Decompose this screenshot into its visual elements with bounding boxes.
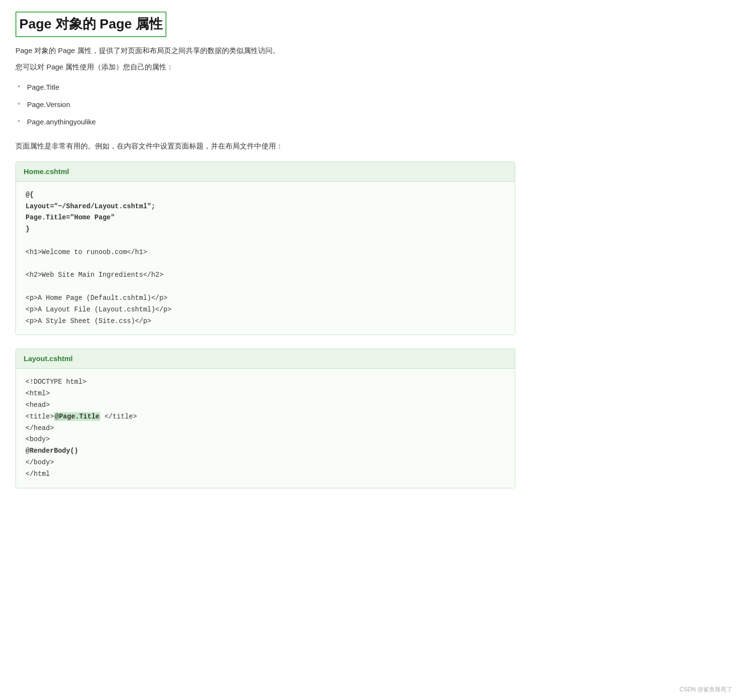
layout-cshtml-block: Layout.cshtml <!DOCTYPE html> <html> <he… bbox=[15, 349, 515, 488]
render-body-bold: @RenderBody() bbox=[26, 447, 78, 455]
home-cshtml-block: Home.cshtml @{ Layout="~/Shared/Layout.c… bbox=[15, 162, 515, 336]
summary-text: 页面属性是非常有用的。例如，在内容文件中设置页面标题，并在布局文件中使用： bbox=[15, 140, 515, 152]
list-item: Page.Version bbox=[15, 96, 515, 113]
title-text: Page 对象的 Page 属性 bbox=[19, 16, 163, 31]
code-bold-line: @{ Layout="~/Shared/Layout.cshtml"; Page… bbox=[26, 191, 155, 233]
layout-cshtml-header: Layout.cshtml bbox=[16, 349, 515, 369]
list-item: Page.anythingyoulike bbox=[15, 113, 515, 131]
page-title-highlight: @Page.Title bbox=[54, 412, 100, 421]
home-cshtml-body: @{ Layout="~/Shared/Layout.cshtml"; Page… bbox=[16, 182, 515, 335]
layout-cshtml-body: <!DOCTYPE html> <html> <head> <title>@Pa… bbox=[16, 369, 515, 487]
list-intro-text: 您可以对 Page 属性使用（添加）您自己的属性： bbox=[15, 61, 515, 73]
list-item: Page.Title bbox=[15, 79, 515, 96]
home-cshtml-header: Home.cshtml bbox=[16, 162, 515, 182]
property-list: Page.Title Page.Version Page.anythingyou… bbox=[15, 79, 515, 131]
page-title: Page 对象的 Page 属性 bbox=[15, 12, 166, 37]
description-text: Page 对象的 Page 属性，提供了对页面和布局页之间共享的数据的类似属性访… bbox=[15, 45, 515, 56]
